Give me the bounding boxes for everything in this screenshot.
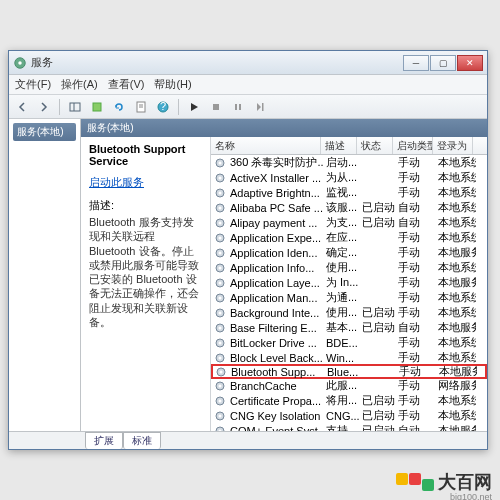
- menu-help[interactable]: 帮助(H): [154, 77, 191, 92]
- svg-rect-11: [235, 104, 237, 110]
- tab-standard[interactable]: 标准: [123, 432, 161, 449]
- start-service-link[interactable]: 启动此服务: [89, 175, 144, 190]
- svg-point-17: [219, 176, 222, 179]
- rows-container: 360 杀毒实时防护...启动...手动本地系统ActiveX Installe…: [211, 155, 487, 431]
- svg-rect-12: [239, 104, 241, 110]
- col-status[interactable]: 状态: [357, 137, 393, 154]
- services-window: 服务 ─ ▢ ✕ 文件(F) 操作(A) 查看(V) 帮助(H) ? 服务(本地…: [8, 50, 488, 450]
- titlebar[interactable]: 服务 ─ ▢ ✕: [9, 51, 487, 75]
- cell-name: CNG Key Isolation: [228, 410, 324, 422]
- cell-name: Application Man...: [228, 292, 324, 304]
- cell-logon: 本地系统: [436, 335, 476, 350]
- table-row[interactable]: Block Level Back...Win...手动本地系统: [211, 350, 487, 365]
- col-desc[interactable]: 描述: [321, 137, 357, 154]
- cell-desc: 监视...: [324, 185, 360, 200]
- menu-action[interactable]: 操作(A): [61, 77, 98, 92]
- window-title: 服务: [31, 55, 403, 70]
- body: 服务(本地) 服务(本地) Bluetooth Support Service …: [9, 119, 487, 431]
- svg-point-31: [219, 281, 222, 284]
- tab-extended[interactable]: 扩展: [85, 432, 123, 449]
- table-row[interactable]: COM+ Event Syst...支持...已启动自动本地服务: [211, 423, 487, 431]
- restart-button[interactable]: [251, 98, 269, 116]
- nav-header[interactable]: 服务(本地): [13, 123, 76, 141]
- cell-desc: 该服...: [324, 200, 360, 215]
- table-row[interactable]: Application Info...使用...手动本地系统: [211, 260, 487, 275]
- col-startup[interactable]: 启动类型: [393, 137, 433, 154]
- svg-point-45: [219, 384, 222, 387]
- cell-desc: CNG...: [324, 410, 360, 422]
- logo-square: [396, 473, 408, 485]
- table-row[interactable]: BitLocker Drive ...BDE...手动本地系统: [211, 335, 487, 350]
- cell-desc: 为支...: [324, 215, 360, 230]
- back-button[interactable]: [13, 98, 31, 116]
- forward-button[interactable]: [35, 98, 53, 116]
- cell-desc: 为从...: [324, 170, 360, 185]
- cell-name: Application Info...: [228, 262, 324, 274]
- cell-name: BitLocker Drive ...: [228, 337, 324, 349]
- table-row[interactable]: Application Iden...确定...手动本地服务: [211, 245, 487, 260]
- watermark: 大百网 big100.net: [396, 470, 492, 494]
- cell-startup: 自动: [396, 215, 436, 230]
- table-row[interactable]: Certificate Propa...将用...已启动手动本地系统: [211, 393, 487, 408]
- pause-button[interactable]: [229, 98, 247, 116]
- cell-desc: 支持...: [324, 423, 360, 431]
- cell-name: Alibaba PC Safe ...: [228, 202, 324, 214]
- svg-point-21: [219, 206, 222, 209]
- table-row[interactable]: Application Laye...为 In...手动本地服务: [211, 275, 487, 290]
- cell-name: BranchCache: [228, 380, 324, 392]
- cell-desc: 为通...: [324, 290, 360, 305]
- table-row[interactable]: Background Inte...使用...已启动手动本地系统: [211, 305, 487, 320]
- cell-status: 已启动: [360, 320, 396, 335]
- table-row[interactable]: Bluetooth Supp...Blue...手动本地服务: [211, 364, 487, 379]
- cell-startup: 手动: [396, 378, 436, 393]
- menu-view[interactable]: 查看(V): [108, 77, 145, 92]
- svg-rect-2: [70, 103, 80, 111]
- cell-name: Bluetooth Supp...: [229, 366, 325, 378]
- svg-point-47: [219, 399, 222, 402]
- table-row[interactable]: 360 杀毒实时防护...启动...手动本地系统: [211, 155, 487, 170]
- cell-name: ActiveX Installer ...: [228, 172, 324, 184]
- svg-point-19: [219, 191, 222, 194]
- cell-name: Application Laye...: [228, 277, 324, 289]
- help-button[interactable]: ?: [154, 98, 172, 116]
- svg-point-41: [219, 356, 222, 359]
- logo-square: [422, 479, 434, 491]
- cell-desc: 在应...: [324, 230, 360, 245]
- service-list: 名称 描述 状态 启动类型 登录为 360 杀毒实时防护...启动...手动本地…: [211, 137, 487, 431]
- stop-button[interactable]: [207, 98, 225, 116]
- svg-point-15: [219, 161, 222, 164]
- toolbar: ?: [9, 95, 487, 119]
- minimize-button[interactable]: ─: [403, 55, 429, 71]
- table-row[interactable]: Application Expe...在应...手动本地系统: [211, 230, 487, 245]
- svg-rect-10: [213, 104, 219, 110]
- table-row[interactable]: Base Filtering E...基本...已启动自动本地服务: [211, 320, 487, 335]
- table-row[interactable]: CNG Key IsolationCNG...已启动手动本地系统: [211, 408, 487, 423]
- svg-point-35: [219, 311, 222, 314]
- show-hide-button[interactable]: [66, 98, 84, 116]
- close-button[interactable]: ✕: [457, 55, 483, 71]
- table-row[interactable]: ActiveX Installer ...为从...手动本地系统: [211, 170, 487, 185]
- table-row[interactable]: Application Man...为通...手动本地系统: [211, 290, 487, 305]
- watermark-url: big100.net: [450, 492, 492, 500]
- start-button[interactable]: [185, 98, 203, 116]
- table-row[interactable]: Alibaba PC Safe ...该服...已启动自动本地系统: [211, 200, 487, 215]
- table-row[interactable]: Adaptive Brightn...监视...手动本地系统: [211, 185, 487, 200]
- table-row[interactable]: Alipay payment ...为支...已启动自动本地系统: [211, 215, 487, 230]
- refresh-button[interactable]: [110, 98, 128, 116]
- col-name[interactable]: 名称: [211, 137, 321, 154]
- table-row[interactable]: BranchCache此服...手动网络服务: [211, 378, 487, 393]
- cell-status: 已启动: [360, 305, 396, 320]
- cell-logon: 本地服务: [436, 320, 476, 335]
- cell-logon: 网络服务: [436, 378, 476, 393]
- col-logon[interactable]: 登录为: [433, 137, 473, 154]
- properties-button[interactable]: [132, 98, 150, 116]
- cell-logon: 本地服务: [436, 245, 476, 260]
- svg-point-27: [219, 251, 222, 254]
- cell-logon: 本地系统: [436, 305, 476, 320]
- menu-file[interactable]: 文件(F): [15, 77, 51, 92]
- detail-pane: Bluetooth Support Service 启动此服务 描述: Blue…: [81, 137, 211, 431]
- export-button[interactable]: [88, 98, 106, 116]
- cell-startup: 自动: [396, 320, 436, 335]
- cell-startup: 手动: [396, 350, 436, 365]
- maximize-button[interactable]: ▢: [430, 55, 456, 71]
